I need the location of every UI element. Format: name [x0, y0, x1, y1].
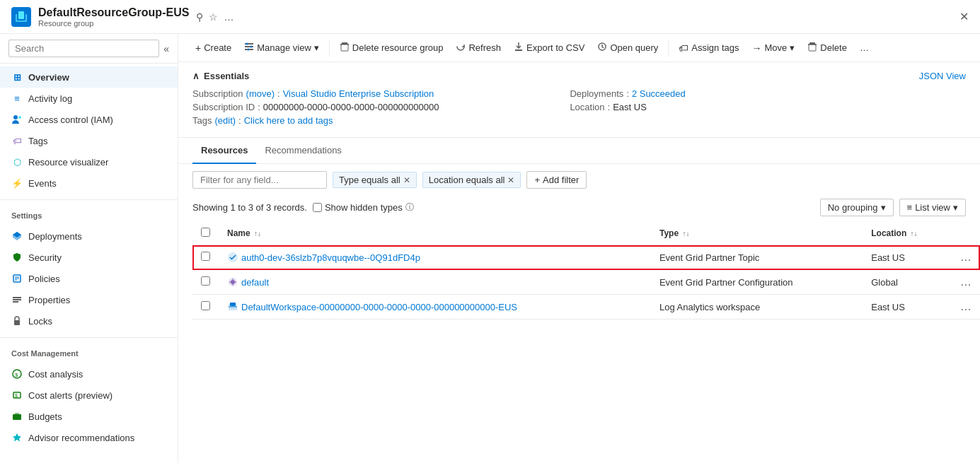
tab-recommendations[interactable]: Recommendations [256, 138, 350, 164]
header-location[interactable]: Location ↑↓ [863, 222, 952, 245]
row1-more-button[interactable]: … [960, 251, 972, 263]
export-csv-icon [514, 42, 524, 54]
manage-view-button[interactable]: Manage view ▾ [238, 38, 325, 57]
svg-text:$: $ [15, 393, 18, 398]
sidebar-item-security[interactable]: Security [0, 247, 178, 268]
assign-tags-label: Assign tags [691, 42, 739, 53]
grouping-chevron: ▾ [881, 202, 886, 213]
sidebar-item-tags[interactable]: 🏷 Tags [0, 130, 178, 151]
filter-input[interactable] [192, 171, 327, 189]
sidebar-item-access-control[interactable]: Access control (IAM) [0, 109, 178, 130]
open-query-button[interactable]: Open query [592, 38, 664, 57]
json-view-link[interactable]: JSON View [919, 71, 966, 81]
sidebar-item-locks[interactable]: Locks [0, 310, 178, 332]
export-csv-button[interactable]: Export to CSV [508, 38, 590, 57]
create-button[interactable]: + Create [190, 39, 237, 57]
show-hidden-checkbox[interactable] [313, 203, 322, 212]
info-icon[interactable]: ⓘ [405, 201, 414, 213]
select-all-checkbox[interactable] [201, 228, 210, 237]
delete-rg-button[interactable]: Delete resource group [334, 38, 449, 57]
sidebar-item-events[interactable]: ⚡ Events [0, 172, 178, 194]
pin-icon[interactable]: ⚲ [196, 11, 203, 23]
cost-alerts-icon: $ [11, 389, 23, 401]
row2-resource-icon [227, 276, 238, 288]
advisor-icon [11, 432, 23, 443]
assign-tags-button[interactable]: 🏷 Assign tags [673, 39, 744, 57]
essentials-tags-value[interactable]: Click here to add tags [244, 115, 333, 126]
sidebar-item-policies[interactable]: Policies [0, 268, 178, 289]
title-text: DefaultResourceGroup-EUS Resource group [38, 6, 189, 28]
tab-resources[interactable]: Resources [192, 138, 256, 164]
access-control-icon [11, 114, 23, 125]
toolbar: + Create Manage view ▾ Delete resource g… [178, 34, 980, 62]
row2-checkbox-cell [192, 270, 219, 295]
header-type[interactable]: Type ↑↓ [651, 222, 863, 245]
sidebar-item-cost-alerts[interactable]: $ Cost alerts (preview) [0, 385, 178, 406]
header-checkbox-col [192, 222, 219, 245]
sidebar-item-budgets[interactable]: Budgets [0, 406, 178, 427]
add-filter-button[interactable]: + Add filter [526, 171, 587, 189]
sidebar-item-advisor[interactable]: Advisor recommendations [0, 427, 178, 448]
row1-location-cell: East US [863, 245, 952, 270]
more-icon[interactable]: … [224, 11, 234, 23]
collapse-button[interactable]: « [163, 43, 169, 54]
search-input[interactable] [8, 40, 159, 57]
header-name[interactable]: Name ↑↓ [219, 222, 651, 245]
table-header-row: Name ↑↓ Type ↑↓ Location ↑↓ [192, 222, 980, 245]
sidebar-item-cost-analysis[interactable]: $ Cost analysis [0, 363, 178, 385]
essentials-deployments: Deployments : 2 Succeeded [570, 88, 918, 99]
sidebar-label-events: Events [28, 178, 57, 189]
essentials-header[interactable]: ∧ Essentials [192, 71, 919, 81]
row3-name-link[interactable]: DefaultWorkspace-00000000-0000-0000-0000… [241, 302, 517, 312]
essentials-subscription-move[interactable]: (move) [246, 88, 275, 99]
hidden-types: Show hidden types ⓘ [313, 201, 414, 213]
row2-more-button[interactable]: … [960, 276, 972, 288]
essentials-subscription-value[interactable]: Visual Studio Enterprise Subscription [283, 88, 434, 99]
budgets-icon [11, 411, 23, 422]
grouping-dropdown[interactable]: No grouping ▾ [820, 199, 894, 216]
sidebar-label-locks: Locks [28, 316, 52, 327]
sidebar-item-deployments[interactable]: Deployments [0, 225, 178, 247]
essentials-tags-edit[interactable]: (edit) [214, 115, 236, 126]
row2-actions-cell: … [952, 270, 980, 295]
row2-checkbox[interactable] [201, 276, 210, 286]
sidebar-item-activity-log[interactable]: ≡ Activity log [0, 88, 178, 109]
row2-name-link[interactable]: default [241, 277, 269, 288]
essentials-left: Subscription (move) : Visual Studio Ente… [192, 88, 541, 129]
row1-checkbox[interactable] [201, 252, 210, 261]
delete-label: Delete [820, 42, 847, 53]
add-filter-icon: + [534, 175, 540, 185]
view-dropdown[interactable]: ≡ List view ▾ [899, 199, 966, 216]
row2-location-value: Global [871, 277, 898, 288]
svg-rect-30 [230, 303, 236, 306]
sidebar-label-overview: Overview [28, 72, 69, 83]
svg-rect-26 [809, 45, 816, 51]
search-box: « [0, 34, 178, 64]
title-left: DefaultResourceGroup-EUS Resource group … [11, 6, 234, 28]
row2-type-value: Event Grid Partner Configuration [659, 277, 793, 288]
sidebar-item-properties[interactable]: Properties [0, 289, 178, 310]
row3-actions-cell: … [952, 295, 980, 320]
delete-rg-icon [340, 42, 350, 54]
filter-chip-type-remove[interactable]: ✕ [403, 175, 410, 185]
essentials-tags-label: Tags [192, 115, 212, 126]
filter-chip-location-remove[interactable]: ✕ [507, 175, 514, 185]
sidebar-label-access-control: Access control (IAM) [28, 115, 113, 125]
sidebar-item-overview[interactable]: ⊞ Overview [0, 66, 178, 88]
sidebar-label-cost-alerts: Cost alerts (preview) [28, 390, 113, 401]
more-toolbar-button[interactable]: … [854, 39, 875, 57]
star-icon[interactable]: ☆ [209, 11, 218, 23]
svg-rect-11 [13, 301, 18, 303]
svg-point-21 [250, 46, 253, 48]
refresh-button[interactable]: Refresh [450, 38, 507, 57]
delete-button[interactable]: Delete [802, 38, 853, 57]
row3-more-button[interactable]: … [960, 300, 972, 312]
row1-name-link[interactable]: auth0-dev-36slzb7p8vquqwbe--0Q91dFD4p [241, 252, 420, 263]
close-button[interactable]: ✕ [959, 10, 969, 23]
sidebar-item-resource-visualizer[interactable]: ⬡ Resource visualizer [0, 151, 178, 172]
row1-actions-cell: … [952, 245, 980, 270]
row3-checkbox[interactable] [201, 301, 210, 310]
essentials-title: Essentials [204, 71, 249, 81]
move-button[interactable]: → Move ▾ [746, 39, 801, 57]
essentials-deployments-value[interactable]: 2 Succeeded [632, 88, 686, 99]
